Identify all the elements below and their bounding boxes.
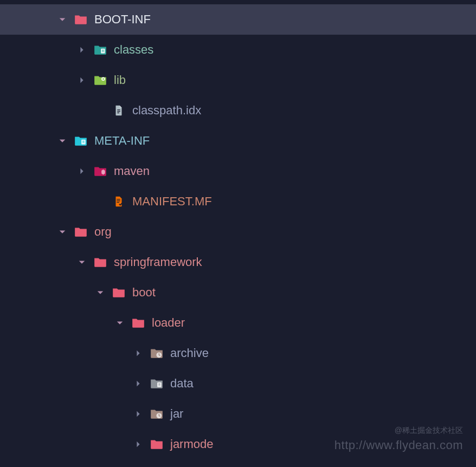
item-label: META-INF <box>94 134 150 148</box>
chevron-down-icon <box>97 289 104 296</box>
tree-item-archive[interactable]: archive <box>0 338 476 368</box>
chevron-right-icon <box>134 440 142 448</box>
tree-item-classes[interactable]: classes <box>0 35 476 65</box>
folder-icon <box>112 286 126 300</box>
watermark-attribution: @稀土掘金技术社区 <box>335 425 463 436</box>
folder-icon <box>74 134 88 148</box>
folder-icon <box>74 225 88 239</box>
item-label: boot <box>132 286 156 300</box>
chevron-right-icon <box>78 46 86 54</box>
item-label: lib <box>114 73 126 87</box>
folder-icon <box>93 255 107 269</box>
item-label: maven <box>114 164 150 178</box>
watermark: @稀土掘金技术社区 http://www.flydean.com <box>335 425 463 454</box>
tree-item-meta-inf[interactable]: META-INF <box>0 126 476 156</box>
item-label: classes <box>114 43 153 57</box>
chevron-down-icon <box>59 16 66 23</box>
chevron-right-icon <box>78 167 86 175</box>
file-check-icon <box>112 194 126 209</box>
folder-icon <box>93 164 107 178</box>
item-label: org <box>94 225 112 239</box>
item-label: data <box>170 377 194 391</box>
tree-item-maven[interactable]: maven <box>0 156 476 186</box>
spacer <box>97 107 104 114</box>
chevron-down-icon <box>78 258 86 266</box>
item-label: BOOT-INF <box>94 12 151 27</box>
tree-item-manifest-mf[interactable]: MANIFEST.MF <box>0 186 476 217</box>
item-label: jarmode <box>170 437 213 451</box>
chevron-down-icon <box>59 137 66 145</box>
folder-icon <box>150 377 164 391</box>
tree-item-loader[interactable]: loader <box>0 308 476 338</box>
chevron-right-icon <box>134 410 142 418</box>
folder-icon <box>74 12 88 27</box>
item-label: springframework <box>114 255 202 269</box>
chevron-down-icon <box>59 228 66 236</box>
chevron-right-icon <box>78 76 86 84</box>
tree-item-classpath-idx[interactable]: classpath.idx <box>0 95 476 126</box>
item-label: jar <box>170 407 183 421</box>
file-icon <box>112 103 126 118</box>
tree-item-boot[interactable]: boot <box>0 277 476 308</box>
spacer <box>97 198 104 205</box>
folder-clock-icon <box>150 346 164 360</box>
file-tree: BOOT-INF classes lib classpath.idx META-… <box>0 0 476 459</box>
tree-item-data[interactable]: data <box>0 368 476 399</box>
item-label: MANIFEST.MF <box>132 194 212 209</box>
item-label: loader <box>152 316 185 330</box>
tree-item-lib[interactable]: lib <box>0 65 476 95</box>
item-label: archive <box>170 346 209 360</box>
folder-icon <box>150 437 164 451</box>
folder-icon <box>93 43 107 57</box>
tree-item-boot-inf[interactable]: BOOT-INF <box>0 4 476 35</box>
watermark-url: http://www.flydean.com <box>335 436 463 454</box>
chevron-down-icon <box>116 319 124 327</box>
item-label: classpath.idx <box>132 103 201 118</box>
chevron-right-icon <box>134 380 142 387</box>
folder-icon <box>131 316 145 330</box>
chevron-right-icon <box>134 349 142 357</box>
folder-clock-icon <box>150 407 164 421</box>
tree-item-org[interactable]: org <box>0 217 476 247</box>
tree-item-springframework[interactable]: springframework <box>0 247 476 277</box>
folder-icon <box>93 73 107 87</box>
